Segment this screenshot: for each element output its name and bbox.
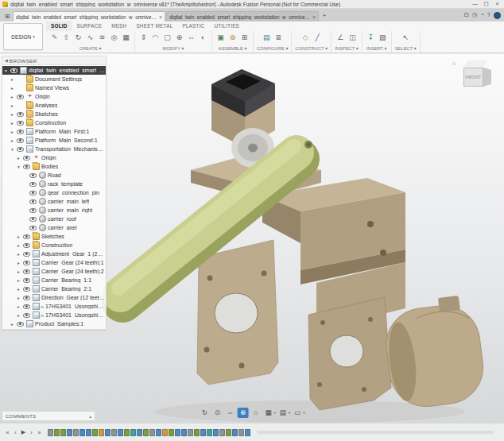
tree-item-construction[interactable]: ▸Construction bbox=[2, 241, 106, 250]
collapse-panel-icon[interactable]: ◀ bbox=[5, 58, 8, 63]
visibility-eye-icon[interactable] bbox=[29, 199, 37, 204]
timeline-feature-icon[interactable] bbox=[149, 429, 155, 436]
visibility-eye-icon[interactable] bbox=[23, 156, 30, 161]
viewports-icon[interactable]: ▭ bbox=[292, 408, 303, 418]
expand-arrow-icon[interactable]: ▾ bbox=[3, 68, 9, 73]
measure-icon[interactable]: ∠ bbox=[335, 32, 346, 43]
timeline-feature-icon[interactable] bbox=[92, 429, 98, 436]
tree-item-origin[interactable]: ▸Origin bbox=[2, 153, 106, 162]
toolbar-group-label[interactable]: SELECT ▾ bbox=[395, 46, 417, 52]
timeline-feature-icon[interactable] bbox=[124, 429, 130, 436]
tree-item-origin[interactable]: ▸Origin bbox=[2, 92, 106, 101]
configure-icon[interactable]: ▤ bbox=[262, 32, 272, 43]
tree-item-named-views[interactable]: ▸Named Views bbox=[2, 83, 106, 92]
close-button[interactable]: × bbox=[493, 0, 502, 8]
tree-item-adjustment-gear-1-24-teeth-1[interactable]: ▸Adjustment_Gear_1 (24 teeth):1 bbox=[2, 250, 106, 258]
visibility-eye-icon[interactable] bbox=[23, 278, 30, 283]
timeline-feature-icon[interactable] bbox=[105, 429, 110, 436]
construction-axis-icon[interactable]: ╱ bbox=[312, 32, 323, 43]
expand-arrow-icon[interactable]: ▸ bbox=[16, 261, 21, 265]
expand-arrow-icon[interactable]: ▸ bbox=[10, 322, 15, 327]
rigid-group-icon[interactable]: ⊞ bbox=[239, 32, 250, 43]
fillet-icon[interactable]: ◠ bbox=[150, 32, 161, 43]
data-panel-toggle-icon[interactable]: ⊞ bbox=[2, 11, 13, 21]
visibility-eye-icon[interactable] bbox=[10, 68, 17, 73]
visibility-eye-icon[interactable] bbox=[29, 208, 37, 213]
visibility-eye-icon[interactable] bbox=[29, 173, 37, 178]
toolbar-group-label[interactable]: CONSTRUCT ▾ bbox=[295, 46, 328, 52]
ribbon-tab-solid[interactable]: SOLID bbox=[46, 21, 72, 31]
tree-item-bodies[interactable]: ▾Bodies bbox=[2, 162, 106, 171]
expand-arrow-icon[interactable]: ▾ bbox=[16, 164, 21, 169]
tree-item-transportation-mechanism-1[interactable]: ▾Transportation_Mechanism:1 bbox=[2, 145, 106, 153]
tree-item-road[interactable]: Road bbox=[2, 171, 106, 180]
expand-arrow-icon[interactable]: ▸ bbox=[16, 304, 21, 309]
timeline-scrollbar[interactable] bbox=[257, 431, 494, 434]
ribbon-tab-surface[interactable]: SURFACE bbox=[72, 21, 107, 31]
tree-item-carrier-gear-24-teeth-2[interactable]: ▸Carrier_Gear (24 teeth):2 bbox=[2, 267, 106, 276]
body-stepper-motor[interactable] bbox=[211, 69, 275, 168]
tree-item-rack-template[interactable]: rack_template bbox=[2, 180, 106, 188]
visibility-eye-icon[interactable] bbox=[29, 226, 37, 230]
timeline-feature-icon[interactable] bbox=[207, 429, 212, 436]
hole-icon[interactable]: ◎ bbox=[109, 32, 119, 43]
sweep-icon[interactable]: ∿ bbox=[85, 32, 95, 43]
viewcube-right-face[interactable] bbox=[483, 68, 491, 87]
visibility-eye-icon[interactable] bbox=[23, 234, 30, 239]
expand-arrow-icon[interactable]: ▸ bbox=[10, 103, 15, 108]
chevron-down-icon[interactable]: ▾ bbox=[289, 411, 290, 415]
tab-close-icon[interactable]: × bbox=[312, 14, 316, 20]
visibility-eye-icon[interactable] bbox=[29, 182, 37, 187]
loft-icon[interactable]: ≋ bbox=[97, 32, 107, 43]
decal-icon[interactable]: ▧ bbox=[378, 32, 388, 43]
view-cube[interactable]: ⌂ FRONT bbox=[459, 60, 496, 92]
visibility-eye-icon[interactable] bbox=[23, 243, 30, 248]
expand-arrow-icon[interactable]: ▸ bbox=[16, 287, 21, 292]
visibility-eye-icon[interactable] bbox=[23, 164, 30, 169]
expand-arrow-icon[interactable]: ▸ bbox=[10, 121, 15, 126]
user-avatar-button[interactable] bbox=[494, 12, 501, 19]
joint-icon[interactable]: ⊚ bbox=[227, 32, 238, 43]
visibility-eye-icon[interactable] bbox=[17, 112, 24, 117]
visibility-eye-icon[interactable] bbox=[23, 261, 30, 265]
chevron-down-icon[interactable]: ▾ bbox=[303, 411, 304, 415]
visibility-eye-icon[interactable] bbox=[17, 130, 24, 134]
tree-item-carrier-bearing-1-1[interactable]: ▸Carrier_Bearing_1:1 bbox=[2, 276, 106, 284]
shell-icon[interactable]: ▢ bbox=[162, 32, 173, 43]
workspace-selector[interactable]: DESIGN ▾ bbox=[3, 23, 43, 50]
ribbon-tab-mesh[interactable]: MESH bbox=[107, 21, 131, 31]
play-icon[interactable]: ▶ bbox=[20, 429, 27, 435]
timeline-feature-icon[interactable] bbox=[238, 429, 244, 436]
timeline-feature-icon[interactable] bbox=[60, 429, 66, 436]
visibility-eye-icon[interactable] bbox=[17, 138, 24, 143]
variant-table-icon[interactable]: ≣ bbox=[273, 32, 284, 43]
visibility-eye-icon[interactable] bbox=[23, 287, 30, 292]
expand-arrow-icon[interactable]: ▸ bbox=[10, 77, 15, 82]
timeline-feature-icon[interactable] bbox=[86, 429, 91, 436]
revolve-icon[interactable]: ↻ bbox=[73, 32, 83, 43]
tree-item-analyses[interactable]: ▸Analyses bbox=[2, 101, 106, 110]
timeline-feature-icon[interactable] bbox=[175, 429, 180, 436]
timeline-feature-icon[interactable] bbox=[79, 429, 85, 436]
tab-close-icon[interactable]: × bbox=[159, 14, 162, 20]
timeline-feature-icon[interactable] bbox=[143, 429, 149, 436]
chevron-down-icon[interactable]: ▾ bbox=[274, 411, 276, 415]
zoom-icon[interactable]: ⊕ bbox=[238, 408, 249, 418]
go-to-start-icon[interactable]: « bbox=[4, 430, 11, 435]
document-tab[interactable]: digital_twin_enabled_smart_shipping_work… bbox=[13, 11, 165, 21]
align-icon[interactable]: ⇔ bbox=[186, 32, 196, 43]
maximize-button[interactable]: ▢ bbox=[482, 0, 490, 8]
expand-arrow-icon[interactable]: ▸ bbox=[16, 313, 21, 318]
ribbon-tab-plastic[interactable]: PLASTIC bbox=[177, 21, 209, 31]
step-back-icon[interactable]: ‹ bbox=[12, 430, 19, 435]
tree-item-product-samples-1[interactable]: ▸Product_Samples:1 bbox=[2, 319, 106, 328]
visibility-eye-icon[interactable] bbox=[23, 269, 30, 274]
timeline-feature-icon[interactable] bbox=[188, 429, 193, 436]
new-tab-button[interactable]: + bbox=[320, 11, 329, 21]
timeline-feature-icon[interactable] bbox=[118, 429, 123, 436]
expand-arrow-icon[interactable]: ▸ bbox=[16, 296, 21, 300]
select-icon[interactable]: ↖ bbox=[401, 32, 411, 43]
timeline-feature-icon[interactable] bbox=[137, 429, 142, 436]
expand-arrow-icon[interactable]: ▸ bbox=[10, 95, 15, 99]
visibility-eye-icon[interactable] bbox=[17, 322, 24, 327]
